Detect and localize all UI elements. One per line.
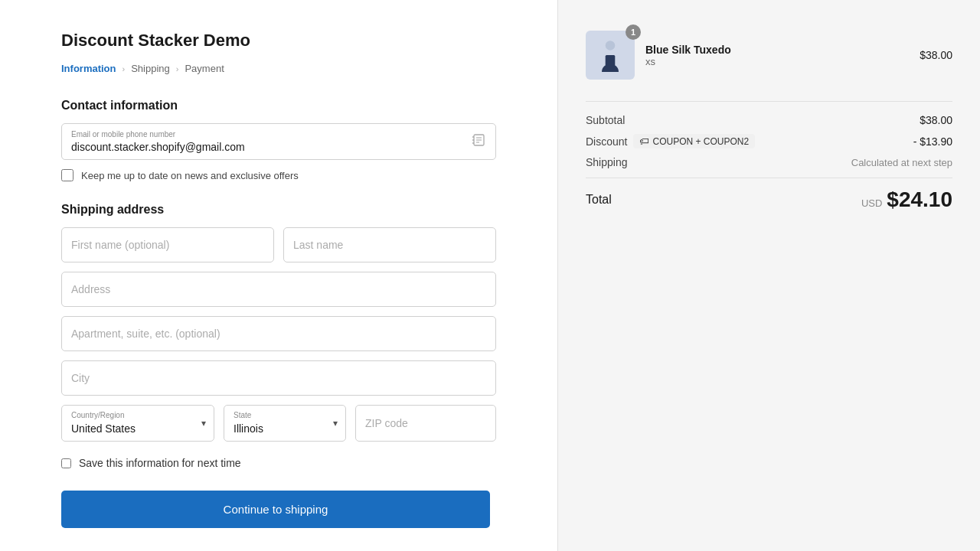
- contact-book-icon: [472, 134, 486, 149]
- shipping-section-title: Shipping address: [61, 203, 496, 217]
- contact-section: Contact information Email or mobile phon…: [61, 99, 496, 181]
- continue-to-shipping-button[interactable]: Continue to shipping: [61, 491, 490, 528]
- chevron-icon-2: ›: [176, 64, 179, 73]
- save-info-checkbox[interactable]: [61, 458, 71, 468]
- save-info-row: Save this information for next time: [61, 457, 496, 469]
- tag-icon: 🏷: [639, 135, 649, 147]
- svg-point-7: [606, 41, 616, 51]
- first-name-field[interactable]: [61, 227, 274, 262]
- name-row: [61, 227, 496, 262]
- product-price: $38.00: [920, 49, 952, 61]
- country-select[interactable]: United States: [62, 406, 214, 441]
- state-select[interactable]: Illinois: [224, 406, 345, 441]
- apartment-row: [61, 316, 496, 351]
- divider-1: [586, 101, 952, 102]
- breadcrumb-payment[interactable]: Payment: [185, 63, 224, 74]
- address-field[interactable]: [61, 272, 496, 307]
- country-select-wrapper: Country/Region United States ▾: [61, 405, 214, 442]
- address-row: [61, 272, 496, 307]
- left-panel: Discount Stacker Demo Information › Ship…: [0, 0, 557, 551]
- subtotal-label: Subtotal: [586, 114, 625, 126]
- newsletter-checkbox[interactable]: [61, 169, 74, 181]
- newsletter-checkbox-row: Keep me up to date on news and exclusive…: [61, 169, 496, 181]
- breadcrumb: Information › Shipping › Payment: [61, 63, 496, 74]
- product-row: 1 Blue Silk Tuxedo xs $38.00: [586, 31, 952, 80]
- app-title: Discount Stacker Demo: [61, 31, 496, 51]
- product-name: Blue Silk Tuxedo: [645, 44, 909, 56]
- city-row: [61, 360, 496, 396]
- last-name-field[interactable]: [283, 227, 496, 262]
- chevron-icon-1: ›: [122, 64, 126, 73]
- breadcrumb-shipping[interactable]: Shipping: [131, 63, 170, 74]
- product-variant: xs: [645, 56, 909, 67]
- shipping-note: Calculated at next step: [851, 157, 952, 168]
- total-row: Total USD $24.10: [586, 187, 952, 212]
- discount-left: Discount 🏷 COUPON + COUPON2: [586, 134, 755, 148]
- coupon-badge: 🏷 COUPON + COUPON2: [633, 134, 755, 148]
- discount-value: - $13.90: [913, 135, 952, 148]
- shipping-section: Shipping address Country/Region United S…: [61, 203, 496, 469]
- zip-field[interactable]: [355, 405, 496, 442]
- svg-rect-8: [606, 55, 616, 66]
- total-amount: $24.10: [887, 187, 952, 212]
- product-image-wrapper: 1: [586, 31, 635, 80]
- discount-row: Discount 🏷 COUPON + COUPON2 - $13.90: [586, 134, 952, 148]
- state-select-wrapper: State Illinois ▾: [224, 405, 346, 442]
- total-label: Total: [586, 193, 612, 207]
- email-input-wrapper: Email or mobile phone number: [61, 123, 496, 160]
- product-image: [586, 31, 635, 80]
- discount-label: Discount: [586, 135, 627, 148]
- total-value-wrapper: USD $24.10: [861, 187, 952, 212]
- breadcrumb-information[interactable]: Information: [61, 63, 116, 74]
- product-info: Blue Silk Tuxedo xs: [645, 44, 909, 67]
- newsletter-label: Keep me up to date on news and exclusive…: [81, 170, 299, 181]
- total-divider: [586, 178, 952, 178]
- contact-section-title: Contact information: [61, 99, 496, 112]
- save-info-label: Save this information for next time: [79, 457, 241, 469]
- coupon-codes: COUPON + COUPON2: [652, 136, 749, 147]
- shipping-label: Shipping: [586, 156, 628, 168]
- city-field[interactable]: [61, 360, 496, 396]
- shipping-row: Shipping Calculated at next step: [586, 156, 952, 168]
- product-badge: 1: [626, 24, 641, 40]
- subtotal-value: $38.00: [920, 114, 952, 126]
- email-field[interactable]: [62, 124, 495, 159]
- right-panel: 1 Blue Silk Tuxedo xs $38.00 Subtotal $3…: [557, 0, 980, 551]
- apartment-field[interactable]: [61, 316, 496, 351]
- location-row: Country/Region United States ▾ State Ill…: [61, 405, 496, 442]
- subtotal-row: Subtotal $38.00: [586, 114, 952, 126]
- total-currency: USD: [861, 197, 882, 209]
